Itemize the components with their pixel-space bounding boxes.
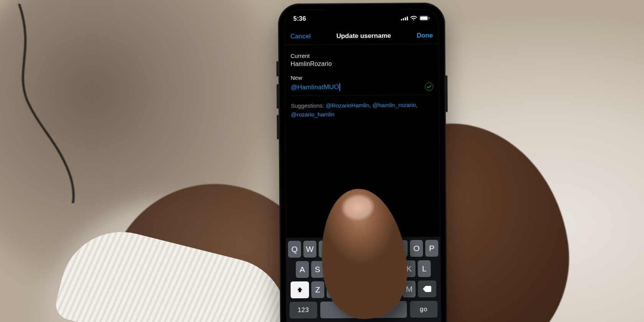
key-l[interactable]: L — [418, 260, 431, 277]
suggestion-2[interactable]: @hamlin_rozario — [373, 102, 416, 108]
new-username-value: HamlinatMUO — [297, 83, 339, 91]
current-username: HamlinRozario — [291, 60, 433, 72]
keyboard-bottom-bar: 😀 — [288, 320, 439, 322]
phone: 5:36 Cancel Update username Done — [278, 2, 447, 322]
notch — [325, 9, 398, 21]
key-q[interactable]: Q — [288, 241, 301, 258]
page-title: Update username — [336, 32, 391, 40]
key-w[interactable]: W — [303, 241, 316, 258]
volume-down — [277, 115, 279, 140]
new-label: New — [291, 74, 433, 81]
suggestions-label: Suggestions: — [291, 102, 324, 109]
done-button[interactable]: Done — [417, 31, 433, 39]
at-prefix: @ — [291, 84, 297, 91]
new-username-input[interactable]: @ HamlinatMUO — [291, 83, 340, 91]
form-content: Current HamlinRozario New @ HamlinatMUO — [284, 47, 440, 119]
nav-bar: Cancel Update username Done — [284, 27, 439, 45]
shift-key[interactable] — [291, 281, 309, 298]
comma: , — [369, 102, 371, 108]
photo-background: 5:36 Cancel Update username Done — [0, 0, 644, 322]
svg-rect-2 — [429, 17, 429, 19]
cellular-signal-icon — [401, 16, 408, 20]
key-a[interactable]: A — [296, 261, 309, 278]
mute-switch — [276, 61, 278, 77]
side-button — [445, 75, 448, 112]
numbers-key[interactable]: 123 — [289, 302, 317, 319]
valid-checkmark-icon — [425, 82, 433, 91]
suggestion-3[interactable]: @rozario_hamlin — [291, 111, 335, 118]
wifi-icon — [410, 15, 417, 20]
comma: , — [416, 102, 417, 108]
go-key[interactable]: go — [410, 301, 437, 318]
backspace-icon — [423, 286, 431, 292]
svg-rect-1 — [420, 16, 427, 20]
volume-up — [276, 84, 278, 109]
battery-icon — [419, 15, 430, 20]
suggestions: Suggestions: @RozarioHamlin, @hamlin_roz… — [291, 100, 434, 119]
status-time: 5:36 — [293, 15, 306, 22]
current-label: Current — [291, 52, 433, 59]
text-caret — [340, 83, 340, 91]
backspace-key[interactable] — [418, 281, 436, 297]
key-z[interactable]: Z — [311, 281, 324, 298]
key-o[interactable]: O — [410, 240, 423, 257]
charger-cable — [12, 4, 111, 203]
shift-icon — [296, 286, 303, 293]
cancel-button[interactable]: Cancel — [290, 32, 310, 40]
suggestion-1[interactable]: @RozarioHamlin — [326, 102, 370, 109]
key-p[interactable]: P — [425, 240, 438, 257]
